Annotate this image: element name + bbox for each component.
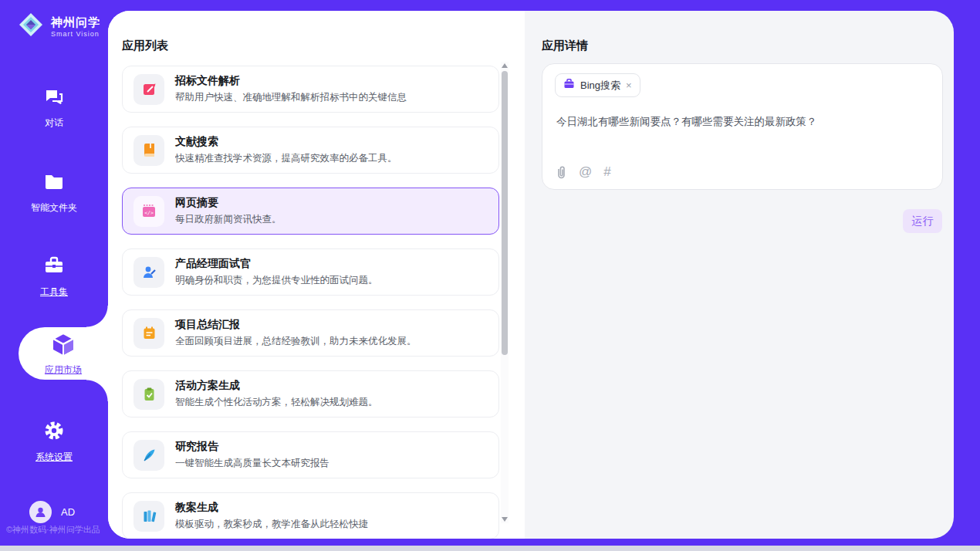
cube-icon [50,331,76,360]
app-card-list: 招标文件解析 帮助用户快速、准确地理解和解析招标书中的关键信息 文献搜索 快速精… [122,66,499,539]
sidebar-item-label: 工具集 [40,286,68,299]
sidebar-item-chat[interactable]: 对话 [0,85,108,130]
briefcase-icon [563,78,575,93]
sidebar-item-toolset[interactable]: 工具集 [0,254,108,299]
sidebar-item-label: 智能文件夹 [31,201,77,215]
logo-title: 神州问学 [51,15,100,30]
app-name: 网页摘要 [175,196,282,210]
sidebar-item-smart-folder[interactable]: 智能文件夹 [0,170,108,215]
prompt-input[interactable]: 今日湖北有哪些新闻要点？有哪些需要关注的最新政策？ [556,115,928,129]
paperclip-icon[interactable] [555,165,567,179]
app-name: 招标文件解析 [175,74,407,88]
gear-icon [42,419,66,445]
app-list-scrollbar[interactable] [501,62,509,523]
user-name: AD [61,506,75,518]
chat-icon [42,85,66,111]
app-detail-title: 应用详情 [542,39,588,53]
books-icon [133,501,164,532]
avatar [29,501,52,523]
document-pen-icon [133,74,164,105]
input-toolbar: @ # [555,164,611,180]
app-card-web-summary[interactable]: </> 网页摘要 每日政府新闻资讯快查。 [122,188,499,235]
run-button[interactable]: 运行 [903,209,942,233]
sidebar-item-settings[interactable]: 系统设置 [0,419,108,464]
app-desc: 每日政府新闻资讯快查。 [175,213,282,226]
app-desc: 帮助用户快速、准确地理解和解析招标书中的关键信息 [175,91,407,104]
app-name: 教案生成 [175,501,368,515]
prompt-card: Bing搜索 × 今日湖北有哪些新闻要点？有哪些需要关注的最新政策？ @ # [542,63,943,190]
sidebar-item-label: 对话 [45,117,63,130]
mention-icon[interactable]: @ [579,164,592,180]
app-card-activity-plan[interactable]: 活动方案生成 智能生成个性化活动方案，轻松解决规划难题。 [122,370,499,417]
content-area: 应用列表 招标文件解析 帮助用户快速、准确地理解和解析招标书中的关键信息 [108,11,954,539]
scroll-up-icon[interactable] [502,63,508,68]
tool-tag-label: Bing搜索 [580,79,620,93]
app-card-bid-analysis[interactable]: 招标文件解析 帮助用户快速、准确地理解和解析招标书中的关键信息 [122,66,499,113]
app-desc: 快速精准查找学术资源，提高研究效率的必备工具。 [175,152,397,165]
app-desc: 一键智能生成高质量长文本研究报告 [175,457,329,470]
app-card-pm-interviewer[interactable]: 产品经理面试官 明确身份和职责，为您提供专业性的面试问题。 [122,248,499,296]
toolbox-icon [42,254,66,280]
clipboard-check-icon [133,379,164,410]
logo-diamond-icon [17,11,45,42]
browser-code-icon: </> [133,196,164,227]
sidebar: 神州问学 Smart Vision 对话 智能文件夹 [0,0,108,546]
app-card-project-summary[interactable]: 项目总结汇报 全面回顾项目进展，总结经验教训，助力未来优化发展。 [122,309,499,357]
logo-subtitle: Smart Vision [51,30,100,38]
book-icon [133,135,164,166]
app-desc: 明确身份和职责，为您提供专业性的面试问题。 [175,274,378,287]
window-bottom-strip [0,546,980,551]
app-list-title: 应用列表 [122,39,168,53]
app-name: 文献搜索 [175,135,397,149]
sidebar-item-label: 系统设置 [35,451,73,464]
copyright-footer: ©神州数码·神州问学出品 [6,524,100,536]
tool-tag-bing-search[interactable]: Bing搜索 × [555,73,640,97]
app-name: 研究报告 [175,440,329,454]
sidebar-item-label: 应用市场 [45,363,82,377]
app-card-lesson-plan[interactable]: 教案生成 模板驱动，教案秒成，教学准备从此轻松快捷 [122,492,499,539]
quill-report-icon [133,440,164,471]
app-desc: 智能生成个性化活动方案，轻松解决规划难题。 [175,396,378,409]
calendar-icon [133,318,164,349]
app-card-literature-search[interactable]: 文献搜索 快速精准查找学术资源，提高研究效率的必备工具。 [122,127,499,174]
folder-icon [42,170,66,196]
interviewer-icon [133,257,164,288]
app-name: 活动方案生成 [175,379,378,393]
app-name: 项目总结汇报 [175,318,417,332]
scroll-down-icon[interactable] [502,517,508,522]
app-card-research-report[interactable]: 研究报告 一键智能生成高质量长文本研究报告 [122,431,499,478]
scrollbar-thumb[interactable] [502,71,508,355]
hash-icon[interactable]: # [603,164,610,180]
app-window: 神州问学 Smart Vision 对话 智能文件夹 [0,0,980,551]
app-desc: 全面回顾项目进展，总结经验教训，助力未来优化发展。 [175,335,417,348]
sidebar-item-app-market[interactable]: 应用市场 [19,327,108,380]
svg-text:</>: </> [144,209,154,215]
app-desc: 模板驱动，教案秒成，教学准备从此轻松快捷 [175,518,368,531]
app-logo: 神州问学 Smart Vision [17,11,100,42]
close-icon[interactable]: × [626,80,632,90]
app-name: 产品经理面试官 [175,257,378,271]
user-account[interactable]: AD [29,501,75,523]
